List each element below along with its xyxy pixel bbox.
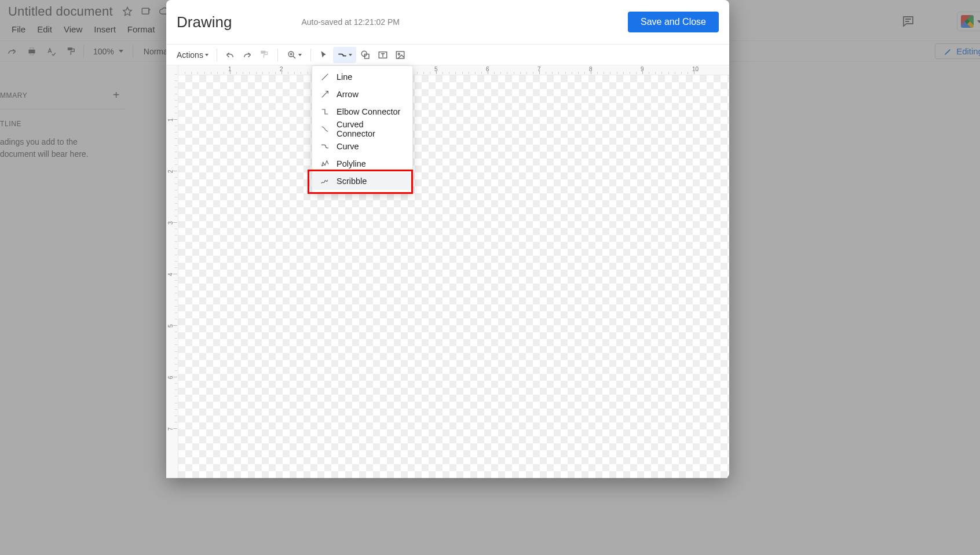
line-menu-curve[interactable]: Curve bbox=[312, 138, 412, 155]
line-menu-arrow[interactable]: Arrow bbox=[312, 86, 412, 103]
menu-label: Line bbox=[337, 72, 352, 82]
menu-label: Scribble bbox=[337, 177, 367, 186]
menu-label: Arrow bbox=[337, 90, 359, 99]
actions-menu[interactable]: Actions bbox=[173, 50, 212, 60]
image-tool[interactable] bbox=[392, 47, 408, 63]
menu-label: Polyline bbox=[337, 159, 366, 168]
line-menu-elbow-connector[interactable]: Elbow Connector bbox=[312, 103, 412, 120]
line-menu-line[interactable]: Line bbox=[312, 68, 412, 86]
line-tool[interactable] bbox=[333, 47, 356, 63]
menu-label: Curve bbox=[337, 142, 359, 151]
svg-point-7 bbox=[361, 51, 367, 56]
svg-rect-10 bbox=[396, 52, 404, 58]
actions-label: Actions bbox=[177, 50, 203, 60]
drawing-canvas[interactable] bbox=[178, 75, 729, 478]
svg-rect-5 bbox=[261, 51, 265, 53]
dialog-header: Drawing Auto-saved at 12:21:02 PM Save a… bbox=[166, 0, 729, 45]
drawing-dialog: Drawing Auto-saved at 12:21:02 PM Save a… bbox=[166, 0, 729, 478]
select-tool[interactable] bbox=[316, 47, 332, 63]
line-menu-curved-connector[interactable]: Curved Connector bbox=[312, 120, 412, 138]
vertical-ruler: 1234567 bbox=[166, 65, 178, 478]
line-menu-polyline[interactable]: Polyline bbox=[312, 155, 412, 172]
drawing-main: 1234567 12345678910 bbox=[166, 65, 729, 478]
redo-button[interactable] bbox=[239, 47, 255, 63]
save-and-close-button[interactable]: Save and Close bbox=[628, 12, 719, 32]
shape-tool[interactable] bbox=[357, 47, 374, 63]
svg-point-11 bbox=[398, 53, 400, 55]
horizontal-ruler: 12345678910 bbox=[178, 65, 729, 75]
dialog-title: Drawing bbox=[177, 13, 232, 31]
menu-label: Elbow Connector bbox=[337, 107, 400, 116]
drawing-toolbar: Actions bbox=[166, 45, 729, 65]
zoom-button[interactable] bbox=[283, 47, 306, 63]
textbox-tool[interactable] bbox=[375, 47, 391, 63]
line-menu-scribble[interactable]: Scribble bbox=[312, 172, 412, 190]
paint-format-button[interactable] bbox=[257, 47, 273, 63]
menu-label: Curved Connector bbox=[337, 120, 404, 138]
autosave-status: Auto-saved at 12:21:02 PM bbox=[301, 17, 400, 27]
undo-button[interactable] bbox=[222, 47, 238, 63]
line-tool-dropdown: Line Arrow Elbow Connector Curved Connec… bbox=[312, 65, 413, 193]
